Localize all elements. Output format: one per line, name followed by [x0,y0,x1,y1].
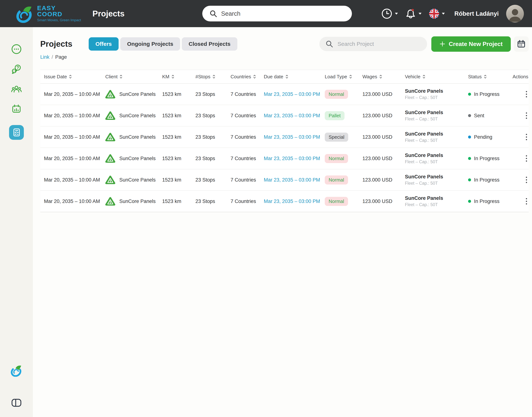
column-header-vehicle[interactable]: Vehicle [405,74,468,80]
brand-line2: COORD [37,11,81,17]
vehicle-detail: Fleet – Cap.: 50T [405,181,438,186]
breadcrumb-link[interactable]: Link [40,54,50,60]
column-header-actions: Actions [517,74,528,80]
brand-text: EASY COORD Smart Moves, Green Impact [37,5,81,22]
search-icon [326,40,333,48]
column-label: Status [468,74,482,80]
kebab-menu-icon [526,155,527,162]
sidebar-item-projects[interactable] [9,125,24,140]
vehicle-name: SunCore Panels [405,153,443,158]
row-actions-button[interactable] [517,198,528,205]
sort-icon [423,75,425,79]
brand-mark-icon [16,4,33,23]
breadcrumb-current: Page [55,54,67,60]
kebab-menu-icon [526,91,527,98]
tab-ongoing-projects[interactable]: Ongoing Projects [120,37,180,51]
client-logo-icon [105,89,115,99]
client-logo-icon [105,111,115,121]
cell-vehicle: SunCore Panels Fleet – Cap.: 50T [405,131,468,143]
tab-offers[interactable]: Offers [89,37,119,51]
cell-wages: 123.000 USD [362,113,405,119]
project-tabs: Offers Ongoing Projects Closed Projects [89,37,237,51]
cell-countries: 7 Countries [230,177,264,183]
column-header-client[interactable]: Client [105,74,162,80]
chevron-down-icon [442,13,445,15]
row-actions-button[interactable] [517,155,528,162]
load-type-badge: Special [325,133,348,142]
cell-stops: 23 Stops [195,91,230,97]
client-name: SunCore Panels [119,156,156,161]
column-header-load-type[interactable]: Load Type [325,74,362,80]
page-title: Projects [40,39,73,49]
sort-icon [286,75,288,79]
sidebar-item-support[interactable] [11,64,22,74]
cell-status: In Progress [468,198,517,204]
user-name[interactable]: Róbert Ladányi [454,10,499,17]
create-new-project-button[interactable]: Create New Project [431,36,511,52]
client-name: SunCore Panels [119,113,156,119]
cell-client: SunCore Panels [105,89,162,99]
kebab-menu-icon [526,133,527,141]
column-header-wages[interactable]: Wages [362,74,405,80]
column-label: Wages [362,74,377,80]
kebab-menu-icon [526,198,527,205]
calendar-view-button[interactable] [514,36,529,52]
status-label: Pending [474,134,492,140]
kebab-menu-icon [526,176,527,184]
uk-flag-icon [429,9,439,19]
column-header-km[interactable]: KM [162,74,195,80]
table-row: Mar 20, 2035 – 10:00 AM SunCore Panels 1… [40,126,529,148]
column-header-countries[interactable]: Countries [230,74,264,80]
table-row: Mar 20, 2035 – 10:00 AM SunCore Panels 1… [40,84,529,105]
column-header-status[interactable]: Status [468,74,517,80]
cell-countries: 7 Countries [230,91,264,97]
brand-logo[interactable]: EASY COORD Smart Moves, Green Impact [16,4,81,23]
vehicle-detail: Fleet – Cap.: 50T [405,116,438,122]
chevron-down-icon [418,13,422,15]
sidebar-item-team[interactable] [11,84,22,94]
cell-issue-date: Mar 20, 2035 – 10:00 AM [44,156,105,161]
cell-due-date[interactable]: Mar 23, 2035 – 03:00 PM [264,91,325,97]
history-dropdown-button[interactable] [381,8,398,19]
notifications-dropdown-button[interactable] [405,8,422,19]
cell-due-date[interactable]: Mar 23, 2035 – 03:00 PM [264,113,325,119]
projects-list-icon [11,127,22,138]
status-dot [468,114,471,117]
row-actions-button[interactable] [517,112,528,119]
status-label: In Progress [474,198,500,204]
sidebar-collapse-button[interactable] [11,398,22,407]
language-dropdown-button[interactable] [429,9,445,19]
sort-icon [349,75,352,79]
plus-icon [439,41,445,47]
tab-closed-projects[interactable]: Closed Projects [182,37,237,51]
load-type-badge: Normal [325,176,348,185]
column-label: Issue Date [44,74,67,80]
brand-tagline: Smart Moves, Green Impact [37,18,81,22]
cell-wages: 123.000 USD [362,134,405,140]
breadcrumb-separator: / [52,54,53,60]
sidebar-item-more[interactable] [11,44,22,54]
client-name: SunCore Panels [119,91,156,97]
sidebar-nav [0,27,33,140]
avatar[interactable] [506,5,524,22]
cell-vehicle: SunCore Panels Fleet – Cap.: 50T [405,195,468,207]
column-header-due-date[interactable]: Due date [264,74,325,80]
status-label: In Progress [474,91,500,97]
cell-due-date[interactable]: Mar 23, 2035 – 03:00 PM [264,156,325,161]
cell-due-date[interactable]: Mar 23, 2035 – 03:00 PM [264,177,325,183]
vehicle-name: SunCore Panels [405,131,443,137]
cell-status: Pending [468,134,517,140]
cell-wages: 123.000 USD [362,91,405,97]
cell-due-date[interactable]: Mar 23, 2035 – 03:00 PM [264,198,325,204]
global-search-input[interactable] [221,10,346,17]
row-actions-button[interactable] [517,176,528,184]
column-label: Due date [264,74,283,80]
column-header-stops[interactable]: #Stops [195,74,230,80]
column-header-issue-date[interactable]: Issue Date [44,74,105,80]
cell-due-date[interactable]: Mar 23, 2035 – 03:00 PM [264,134,325,140]
row-actions-button[interactable] [517,133,528,141]
sidebar-item-schedule[interactable] [11,104,22,114]
row-actions-button[interactable] [517,91,528,98]
cell-load-type: Normal [325,197,362,206]
project-search-input[interactable] [337,41,423,47]
